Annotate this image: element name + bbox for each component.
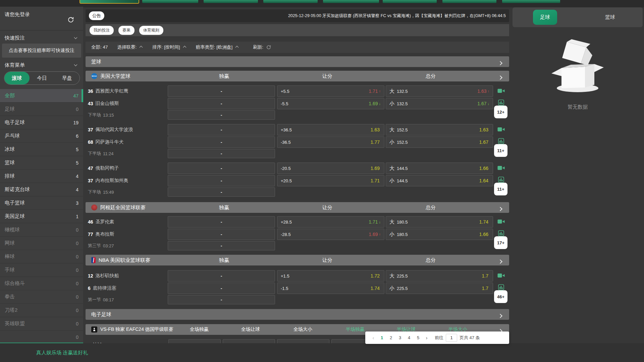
section-header-basketball[interactable]: 篮球 (86, 56, 509, 67)
odds-cell-handicap-away[interactable]: -1.51.74 (277, 283, 384, 294)
chevron-up-icon[interactable] (183, 46, 186, 49)
sidebar-item-basketball[interactable]: 篮球5 (0, 156, 83, 169)
more-markets-badge[interactable]: 17+ (494, 236, 507, 249)
tab-football[interactable]: 足球 (513, 7, 578, 27)
odds-cell-total-over[interactable]: 大180.51.74 (386, 216, 493, 228)
live-video-icon[interactable] (497, 88, 505, 95)
chevron-right-icon[interactable] (499, 258, 502, 264)
tab-basketball[interactable]: 篮球 (578, 7, 643, 27)
chevron-right-icon[interactable] (499, 313, 502, 318)
live-video-icon[interactable] (497, 273, 505, 280)
sidebar-item-lol[interactable]: 英雄联盟0 (0, 317, 83, 330)
odds-cell-handicap-away[interactable]: -36.51.77 (277, 136, 384, 148)
page-input[interactable] (446, 334, 457, 342)
odds-cell-total-over[interactable]: 大225.51.7 (386, 270, 493, 282)
league-header-ncaa[interactable]: NCAA 美国大学篮球 独赢 让分 总分 (86, 71, 509, 81)
tab-results[interactable]: 赛果 (118, 26, 135, 35)
odds-cell-win-away[interactable]: - (168, 98, 275, 109)
sidebar-item-table-tennis[interactable]: 乒乓球6 (0, 129, 83, 142)
odds-cell-handicap-away[interactable]: +20.51.71 (277, 175, 384, 186)
section-header-esoccer[interactable]: 电子足球 (86, 309, 509, 320)
tab-football-pill[interactable]: 足球 (533, 10, 557, 25)
more-markets-badge[interactable]: 11+ (494, 183, 507, 195)
tab-early[interactable]: 早盘 (54, 72, 79, 84)
page-5[interactable]: 5 (414, 335, 423, 340)
login-prompt[interactable]: 请您先登录 (5, 11, 30, 18)
live-video-icon[interactable] (497, 127, 505, 133)
odds-cell-handicap-away[interactable]: -5.51.69↓ (277, 98, 384, 109)
league-header-argentina[interactable]: 阿根廷全国篮球联赛 独赢 让分 总分 (86, 202, 509, 213)
chevron-up-icon[interactable] (140, 46, 143, 49)
sports-menu-title[interactable]: 体育菜单 (5, 62, 25, 68)
more-markets-badge[interactable]: 11+ (494, 144, 507, 157)
odds-cell-win-away[interactable]: - (168, 283, 275, 294)
sidebar-item-american-football[interactable]: 美国足球1 (0, 209, 83, 223)
odds-cell-total-under[interactable]: 小132.51.67↓ (386, 98, 493, 109)
sidebar-item-dota2[interactable]: 刀塔20 (0, 303, 83, 317)
odds-cell-total-under[interactable]: 小225.51.7 (386, 283, 493, 294)
tab-today[interactable]: 今日 (30, 72, 55, 84)
odds-cell-win-away[interactable]: - (168, 229, 275, 240)
quick-bet-title[interactable]: 快速投注 (5, 35, 25, 41)
live-video-icon[interactable] (497, 165, 505, 172)
sidebar-item-ebasketball[interactable]: 电子篮球3 (0, 196, 83, 209)
sidebar-item-snooker[interactable]: 斯诺克台球4 (0, 183, 83, 196)
sidebar-item-football[interactable]: 足球0 (0, 102, 83, 116)
odds-cell-win-draw[interactable]: - (168, 187, 275, 197)
odds-cell-total-under[interactable]: 小144.51.64 (386, 175, 493, 186)
filter-league-select[interactable]: 选择联赛: (117, 44, 137, 50)
chevron-right-icon[interactable] (499, 60, 502, 66)
announcement-badge[interactable]: 公告 (89, 11, 104, 20)
odds-cell-win-home[interactable]: - (168, 163, 275, 174)
filter-sort-select[interactable]: 排序: [按时间] (152, 44, 180, 50)
odds-cell-win-draw[interactable]: - (168, 110, 275, 120)
sidebar-item-baseball[interactable]: 棒球0 (0, 250, 83, 263)
chevron-down-icon[interactable] (74, 36, 77, 39)
odds-cell-total-over[interactable]: 大152.51.63 (386, 124, 493, 135)
sidebar-item-esoccer[interactable]: 电子足球19 (0, 116, 83, 129)
pagination-prev-icon[interactable]: ‹ (369, 335, 377, 341)
tab-sport-rules[interactable]: 体育规则 (139, 26, 163, 35)
chevron-down-icon[interactable] (74, 63, 77, 66)
live-video-icon[interactable] (497, 219, 505, 226)
odds-cell-handicap-home[interactable]: +28.51.71↓ (277, 216, 384, 228)
sidebar-item-extra[interactable]: 0 (0, 330, 83, 343)
page-3[interactable]: 3 (395, 335, 405, 340)
odds-cell-handicap-home[interactable]: +36.51.63 (277, 124, 384, 135)
more-markets-badge[interactable]: 12+ (494, 106, 507, 118)
sidebar-item-boxing[interactable]: 拳击0 (0, 290, 83, 303)
quick-bet-hint[interactable]: 点击赛事投注赔率即可快速投注 (2, 44, 81, 58)
page-1[interactable]: 1 (377, 335, 386, 340)
sidebar-item-rugby[interactable]: 橄榄球0 (0, 223, 83, 236)
odds-cell-total-under[interactable]: 小152.51.67 (386, 136, 493, 148)
odds-cell-win-draw[interactable]: - (168, 149, 275, 158)
filter-odds-type-select[interactable]: 赔率类型: [欧洲盘] (196, 44, 233, 50)
promo-link[interactable]: 真人娱乐场 连赢送好礼 (36, 350, 88, 356)
page-4[interactable]: 4 (405, 335, 414, 340)
more-markets-badge[interactable]: 46+ (494, 290, 507, 303)
league-header-nba[interactable]: NBA 美国职业篮球联赛 独赢 让分 总分 (86, 255, 509, 265)
odds-cell-total-under[interactable]: 小180.51.66 (386, 229, 493, 240)
odds-cell-win-home[interactable]: - (168, 124, 275, 135)
page-2[interactable]: 2 (386, 335, 395, 340)
chevron-up-icon[interactable] (235, 46, 239, 49)
tab-live[interactable]: 滚球 (4, 72, 30, 84)
odds-cell-win-home[interactable]: - (168, 216, 275, 228)
odds-cell-handicap-home[interactable]: +1.51.72 (277, 270, 384, 282)
tab-my-bets[interactable]: 我的投注 (90, 26, 114, 35)
odds-cell-win-draw[interactable]: - (168, 295, 275, 304)
sidebar-item-ice-hockey[interactable]: 冰球5 (0, 142, 83, 156)
odds-cell-win-home[interactable]: - (168, 270, 275, 282)
sidebar-item-volleyball[interactable]: 排球4 (0, 169, 83, 183)
pagination-next-icon[interactable]: › (423, 335, 431, 341)
refresh-icon[interactable] (266, 45, 271, 50)
refresh-icon[interactable] (67, 16, 74, 23)
odds-cell-win-draw[interactable]: - (168, 241, 275, 250)
odds-cell-win-home[interactable]: - (168, 85, 275, 97)
odds-cell-handicap-away[interactable]: -28.51.69↑ (277, 229, 384, 240)
odds-cell-win-away[interactable]: - (168, 175, 275, 186)
odds-cell-handicap-home[interactable]: -20.51.69 (277, 163, 384, 174)
sidebar-item-all[interactable]: 全部47 (0, 89, 83, 102)
chevron-right-icon[interactable] (499, 206, 502, 212)
odds-cell-win-away[interactable]: - (168, 136, 275, 148)
